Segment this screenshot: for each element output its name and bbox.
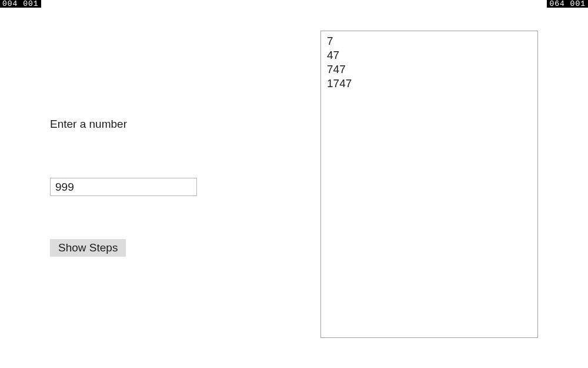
output-line: 7 <box>327 34 532 48</box>
number-input[interactable] <box>50 178 197 196</box>
input-label: Enter a number <box>50 118 256 131</box>
counter-right: 064 001 <box>547 0 588 8</box>
input-panel: Enter a number Show Steps <box>50 118 256 257</box>
output-line: 47 <box>327 48 532 62</box>
output-line: 1747 <box>327 77 532 91</box>
output-box: 7 47 747 1747 <box>320 31 538 338</box>
counter-left: 004 001 <box>0 0 41 8</box>
output-line: 747 <box>327 62 532 77</box>
show-steps-button[interactable]: Show Steps <box>50 239 126 257</box>
